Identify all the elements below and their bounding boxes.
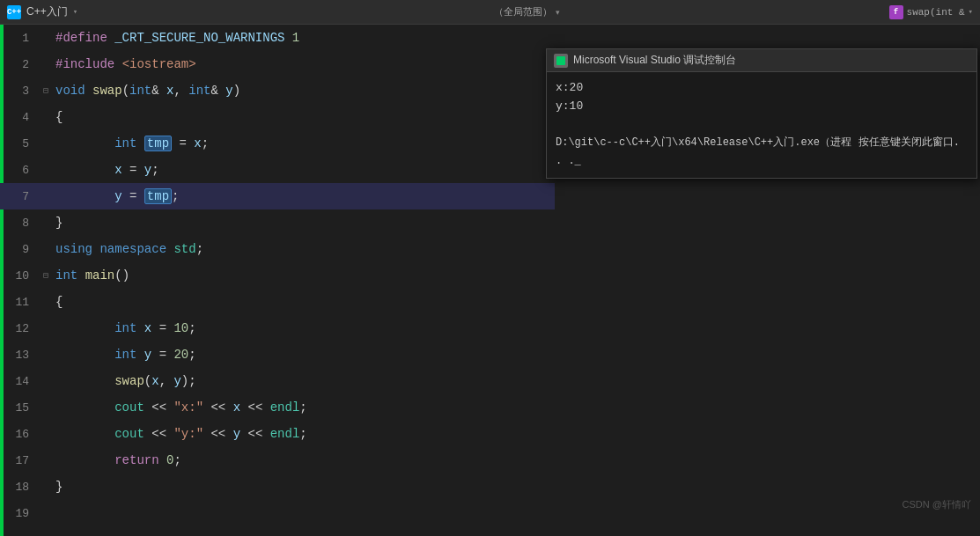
code-content: using namespace std;: [52, 242, 555, 256]
gutter: ⊟: [40, 270, 52, 281]
project-title: C++入门: [26, 4, 68, 19]
table-row: 17 return 0;: [0, 447, 555, 474]
table-row: 12 int x = 10;: [0, 315, 555, 341]
table-row: 8 }: [0, 209, 555, 236]
func-selector[interactable]: f swap(int & ▾: [889, 5, 973, 19]
line-number: 3: [0, 84, 40, 98]
line-number: 2: [0, 58, 40, 71]
top-bar: C++ C++入门 ▾ （全局范围） ▾ f swap(int & ▾: [0, 0, 980, 25]
line-number: 8: [0, 217, 40, 230]
line-number: 17: [0, 454, 40, 467]
line-number: 4: [0, 111, 40, 124]
console-window: Microsoft Visual Studio 调试控制台 x:20 y:10 …: [546, 48, 977, 179]
line-number: 18: [0, 481, 40, 494]
line-number: 15: [0, 401, 40, 415]
watermark: CSDN @轩情吖: [903, 498, 971, 511]
code-content: void swap(int& x, int& y): [52, 84, 555, 98]
code-content: }: [52, 480, 555, 494]
table-row: 19: [0, 500, 555, 526]
code-content: }: [52, 216, 555, 230]
table-row: 7 y = tmp;: [0, 183, 555, 209]
cpp-icon: C++: [7, 5, 21, 19]
code-content: int y = 20;: [52, 348, 555, 362]
scope-selector[interactable]: （全局范围） ▾: [494, 5, 560, 18]
console-icon: [554, 54, 568, 68]
table-row: 14 swap(x, y);: [0, 368, 555, 394]
code-content: {: [52, 110, 555, 124]
func-label: swap(int &: [907, 7, 965, 18]
project-dropdown-arrow[interactable]: ▾: [73, 7, 77, 17]
table-row: 18 }: [0, 474, 555, 500]
code-content: {: [52, 295, 555, 309]
table-row: 13 int y = 20;: [0, 341, 555, 368]
line-number: 6: [0, 164, 40, 177]
line-number: 14: [0, 375, 40, 388]
line-number: 12: [0, 322, 40, 335]
code-content: x = y;: [52, 163, 555, 177]
project-selector[interactable]: C++ C++入门 ▾: [7, 4, 166, 19]
gutter: ⊟: [40, 85, 52, 96]
code-content: return 0;: [52, 453, 555, 467]
console-line-2: y:10: [556, 98, 968, 116]
line-number: 10: [0, 269, 40, 283]
line-number: 1: [0, 32, 40, 45]
table-row: 2 #include <iostream>: [0, 51, 555, 77]
code-content: cout << "y:" << y << endl;: [52, 427, 555, 441]
console-path: D:\git\c--c\C++入门\x64\Release\C++入门.exe（…: [556, 136, 851, 149]
line-number: 19: [0, 507, 40, 520]
code-editor[interactable]: 1 #define _CRT_SECURE_NO_WARNINGS 1 2 #i…: [0, 25, 555, 536]
console-line-3: [556, 116, 968, 135]
console-title: Microsoft Visual Studio 调试控制台: [573, 53, 736, 68]
table-row: 9 using namespace std;: [0, 236, 555, 262]
console-line-1: x:20: [556, 79, 968, 98]
table-row: 5 int tmp = x;: [0, 130, 555, 157]
table-row: 3 ⊟ void swap(int& x, int& y): [0, 77, 555, 104]
line-number: 11: [0, 296, 40, 309]
table-row: 10 ⊟ int main(): [0, 262, 555, 289]
code-content: #include <iostream>: [52, 57, 555, 71]
table-row: 11 {: [0, 289, 555, 315]
table-row: 6 x = y;: [0, 157, 555, 183]
code-lines: 1 #define _CRT_SECURE_NO_WARNINGS 1 2 #i…: [0, 25, 555, 536]
scope-label: （全局范围）: [494, 5, 552, 18]
line-number: 7: [0, 190, 40, 203]
code-content: cout << "x:" << x << endl;: [52, 400, 555, 415]
code-content: swap(x, y);: [52, 374, 555, 388]
scope-dropdown-arrow[interactable]: ▾: [556, 8, 560, 17]
code-content: int tmp = x;: [52, 136, 555, 151]
console-titlebar: Microsoft Visual Studio 调试控制台: [547, 49, 976, 72]
table-row: 16 cout << "y:" << y << endl;: [0, 421, 555, 447]
fold-icon[interactable]: ⊟: [43, 85, 48, 96]
code-content: int x = 10;: [52, 321, 555, 335]
func-dropdown-arrow[interactable]: ▾: [969, 7, 973, 17]
func-icon: f: [889, 5, 903, 19]
line-number: 16: [0, 428, 40, 441]
table-row: 1 #define _CRT_SECURE_NO_WARNINGS 1: [0, 25, 555, 51]
table-row: 4 {: [0, 104, 555, 130]
line-number: 13: [0, 349, 40, 362]
code-content: y = tmp;: [52, 188, 555, 204]
code-content: #define _CRT_SECURE_NO_WARNINGS 1: [52, 31, 555, 45]
console-body: x:20 y:10 D:\git\c--c\C++入门\x64\Release\…: [547, 72, 976, 178]
line-number: 5: [0, 137, 40, 151]
fold-icon[interactable]: ⊟: [43, 270, 48, 281]
code-content: int main(): [52, 268, 555, 283]
table-row: 15 cout << "x:" << x << endl;: [0, 394, 555, 421]
line-number: 9: [0, 243, 40, 256]
